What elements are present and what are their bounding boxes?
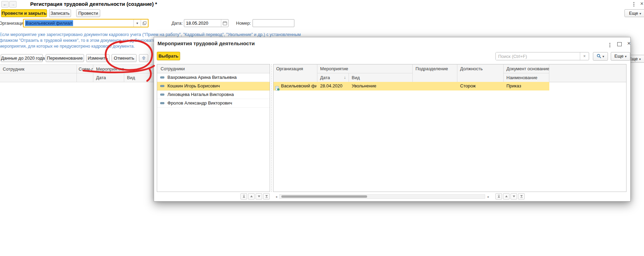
events-col-date[interactable]: Дата↓ bbox=[317, 73, 349, 82]
cancel-event-button[interactable]: Отменить bbox=[112, 54, 137, 62]
main-col-parttime[interactable]: Совм-ль bbox=[77, 64, 93, 73]
employee-dash-icon bbox=[160, 94, 164, 96]
employee-dash-icon bbox=[160, 85, 164, 87]
row-up-button[interactable] bbox=[248, 193, 255, 199]
move-up-button[interactable] bbox=[139, 54, 148, 62]
events-col-document-name[interactable]: Наименование bbox=[504, 73, 549, 82]
hint-line-2: флажком "Отразить в трудовой книжке", то… bbox=[0, 38, 176, 43]
events-col-event[interactable]: Мероприятие bbox=[317, 64, 413, 73]
dialog-menu-dots-icon[interactable] bbox=[606, 41, 613, 48]
go-first-button[interactable] bbox=[241, 193, 247, 199]
event-document-icon bbox=[275, 84, 280, 93]
employee-row-selected[interactable]: Кошкин Игорь Борисович bbox=[157, 82, 270, 90]
dialog-close-icon[interactable]: × bbox=[625, 40, 633, 47]
search-options-button[interactable]: ▾ bbox=[593, 52, 608, 61]
rename-button[interactable]: Переименование bbox=[46, 54, 84, 62]
number-field[interactable] bbox=[253, 19, 294, 27]
event-cell-department bbox=[415, 82, 455, 90]
horizontal-scrollbar[interactable] bbox=[279, 194, 485, 199]
organization-dropdown-button[interactable]: ▾ bbox=[133, 20, 141, 27]
search-input[interactable] bbox=[496, 52, 580, 60]
event-cell-kind: Увольнение bbox=[352, 82, 412, 90]
employee-dash-icon bbox=[160, 76, 164, 78]
arrow-down-icon bbox=[512, 195, 516, 198]
event-row-selected[interactable]: Васильевский фи... 28.04.2020 Увольнение… bbox=[273, 82, 549, 90]
go-last-button[interactable] bbox=[263, 193, 270, 199]
organization-field[interactable]: Васильевский филиал ▾ bbox=[23, 19, 149, 27]
employee-row[interactable]: Вахромешина Арина Витальевна bbox=[157, 73, 270, 82]
back-arrow-icon: ← bbox=[3, 2, 7, 7]
more-button-top[interactable]: Еще▾ bbox=[624, 9, 644, 17]
go-first-button[interactable] bbox=[495, 193, 502, 199]
employee-row[interactable]: Лиховцева Наталья Викторовна bbox=[157, 90, 270, 99]
events-col-organization[interactable]: Организация bbox=[273, 64, 317, 82]
save-button[interactable]: Записать bbox=[49, 9, 71, 17]
application-window: ← → Регистрация трудовой деятельности (с… bbox=[0, 0, 644, 256]
sort-desc-icon: ↓ bbox=[344, 75, 346, 80]
hint-line-3: мероприятия, для которых не предусмотрен… bbox=[0, 44, 135, 49]
date-field[interactable] bbox=[184, 19, 229, 27]
date-label: Дата: bbox=[172, 21, 183, 26]
select-button[interactable]: Выбрать bbox=[157, 52, 180, 60]
arrow-up-icon bbox=[250, 195, 253, 198]
post-and-close-button[interactable]: Провести и закрыть bbox=[1, 9, 47, 17]
number-label: Номер: bbox=[236, 21, 251, 26]
events-col-kind[interactable]: Вид bbox=[349, 73, 413, 82]
events-header-filler bbox=[549, 64, 627, 82]
arrow-up-icon bbox=[505, 195, 508, 198]
event-cell-document-name: Приказ bbox=[506, 82, 548, 90]
hint-line-1: Если мероприятие уже зарегистрировано до… bbox=[0, 32, 301, 37]
row-down-button[interactable] bbox=[256, 193, 262, 199]
post-button[interactable]: Провести bbox=[76, 9, 100, 17]
change-button[interactable]: Изменить bbox=[86, 54, 109, 62]
employee-row[interactable]: Фролов Александр Викторович bbox=[157, 99, 270, 108]
main-col-date[interactable]: Дата bbox=[93, 73, 124, 82]
window-menu-dots-icon[interactable] bbox=[633, 2, 634, 7]
calendar-icon bbox=[223, 21, 227, 25]
events-col-document[interactable]: Документ основание bbox=[504, 64, 549, 73]
arrow-up-icon bbox=[142, 56, 146, 60]
event-cell-organization: Васильевский фи... bbox=[281, 82, 317, 90]
window-close-icon[interactable]: × bbox=[640, 1, 643, 7]
page-title: Регистрация трудовой деятельности (созда… bbox=[30, 1, 157, 7]
data-before-2020-button[interactable]: Данные до 2020 года bbox=[1, 54, 43, 62]
search-clear-button[interactable]: × bbox=[580, 52, 589, 60]
date-input[interactable] bbox=[184, 21, 221, 26]
events-dialog: Мероприятия трудовой деятельности × Выбр… bbox=[154, 37, 631, 202]
number-input[interactable] bbox=[253, 21, 294, 26]
chevron-down-icon: ▾ bbox=[640, 12, 641, 15]
main-col-employee[interactable]: Сотрудник bbox=[0, 64, 77, 73]
row-up-button[interactable] bbox=[503, 193, 510, 199]
chevron-down-icon: ▾ bbox=[602, 54, 604, 58]
scroll-left-button[interactable]: ◂ bbox=[274, 194, 279, 199]
dialog-title: Мероприятия трудовой деятельности bbox=[157, 40, 255, 46]
chevron-down-icon: ▾ bbox=[639, 57, 641, 61]
forward-arrow-icon: → bbox=[11, 2, 15, 7]
search-box: × bbox=[495, 52, 589, 60]
main-col-parttime-sub bbox=[77, 73, 93, 82]
back-button[interactable]: ← bbox=[1, 1, 9, 8]
calendar-button[interactable] bbox=[221, 20, 228, 27]
events-nav-buttons bbox=[495, 193, 525, 199]
main-col-employee-sub bbox=[0, 73, 77, 82]
events-col-department[interactable]: Подразделение bbox=[413, 64, 457, 82]
chevron-down-icon: ▾ bbox=[136, 21, 138, 25]
go-bottom-icon bbox=[265, 195, 268, 198]
dialog-more-button[interactable]: Еще▾ bbox=[611, 52, 630, 61]
go-top-icon bbox=[497, 195, 501, 198]
scrollbar-thumb[interactable] bbox=[281, 195, 367, 198]
go-last-button[interactable] bbox=[518, 193, 525, 199]
employee-dash-icon bbox=[160, 102, 164, 104]
event-cell-position: Сторож bbox=[460, 82, 502, 90]
events-col-position[interactable]: Должность bbox=[457, 64, 504, 82]
organization-open-button[interactable] bbox=[141, 20, 148, 27]
employees-header[interactable]: Сотрудники bbox=[157, 64, 270, 73]
forward-button[interactable]: → bbox=[9, 1, 16, 8]
go-bottom-icon bbox=[520, 195, 523, 198]
employees-nav-buttons bbox=[241, 193, 270, 199]
panel-splitter[interactable] bbox=[271, 64, 272, 192]
scroll-right-button[interactable]: ▸ bbox=[486, 194, 491, 199]
row-down-button[interactable] bbox=[511, 193, 517, 199]
dialog-maximize-icon[interactable] bbox=[616, 41, 623, 48]
employees-panel: Сотрудники Вахромешина Арина Витальевна … bbox=[157, 64, 270, 192]
